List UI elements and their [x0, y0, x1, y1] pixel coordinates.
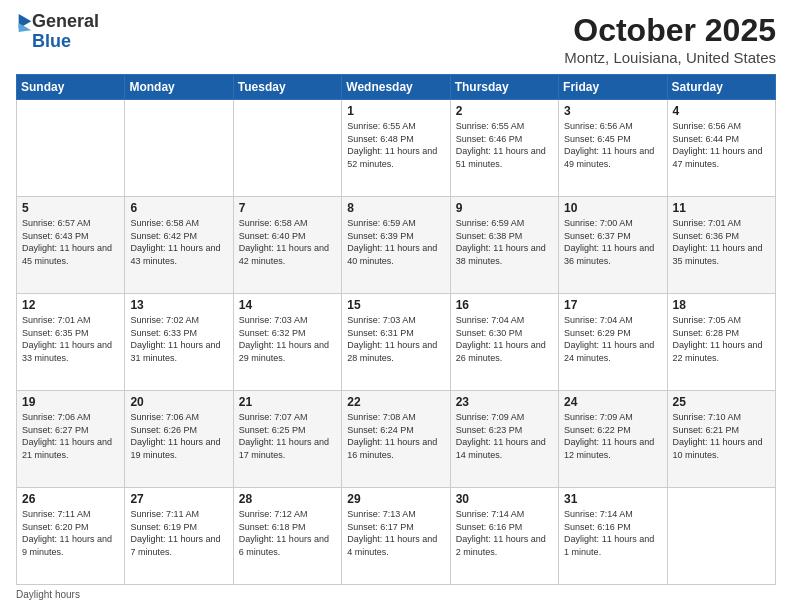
table-row: [17, 100, 125, 197]
day-number: 10: [564, 201, 661, 215]
day-number: 26: [22, 492, 119, 506]
table-row: 12Sunrise: 7:01 AM Sunset: 6:35 PM Dayli…: [17, 294, 125, 391]
header-thursday: Thursday: [450, 75, 558, 100]
table-row: 13Sunrise: 7:02 AM Sunset: 6:33 PM Dayli…: [125, 294, 233, 391]
footer-note: Daylight hours: [16, 589, 776, 600]
day-info: Sunrise: 7:06 AM Sunset: 6:26 PM Dayligh…: [130, 411, 227, 461]
table-row: 23Sunrise: 7:09 AM Sunset: 6:23 PM Dayli…: [450, 391, 558, 488]
calendar-week-row: 12Sunrise: 7:01 AM Sunset: 6:35 PM Dayli…: [17, 294, 776, 391]
day-info: Sunrise: 7:04 AM Sunset: 6:30 PM Dayligh…: [456, 314, 553, 364]
calendar-week-row: 5Sunrise: 6:57 AM Sunset: 6:43 PM Daylig…: [17, 197, 776, 294]
day-info: Sunrise: 7:12 AM Sunset: 6:18 PM Dayligh…: [239, 508, 336, 558]
day-info: Sunrise: 7:08 AM Sunset: 6:24 PM Dayligh…: [347, 411, 444, 461]
table-row: 25Sunrise: 7:10 AM Sunset: 6:21 PM Dayli…: [667, 391, 775, 488]
day-number: 24: [564, 395, 661, 409]
table-row: [667, 488, 775, 585]
day-number: 21: [239, 395, 336, 409]
table-row: 10Sunrise: 7:00 AM Sunset: 6:37 PM Dayli…: [559, 197, 667, 294]
page: General Blue October 2025 Montz, Louisia…: [0, 0, 792, 612]
table-row: 31Sunrise: 7:14 AM Sunset: 6:16 PM Dayli…: [559, 488, 667, 585]
day-info: Sunrise: 7:05 AM Sunset: 6:28 PM Dayligh…: [673, 314, 770, 364]
day-number: 7: [239, 201, 336, 215]
day-number: 15: [347, 298, 444, 312]
day-number: 2: [456, 104, 553, 118]
header-friday: Friday: [559, 75, 667, 100]
day-number: 3: [564, 104, 661, 118]
logo-text: General Blue: [32, 12, 99, 52]
header: General Blue October 2025 Montz, Louisia…: [16, 12, 776, 66]
calendar-week-row: 19Sunrise: 7:06 AM Sunset: 6:27 PM Dayli…: [17, 391, 776, 488]
table-row: 30Sunrise: 7:14 AM Sunset: 6:16 PM Dayli…: [450, 488, 558, 585]
day-info: Sunrise: 7:14 AM Sunset: 6:16 PM Dayligh…: [564, 508, 661, 558]
day-number: 1: [347, 104, 444, 118]
logo-blue-text: Blue: [32, 32, 99, 52]
table-row: 28Sunrise: 7:12 AM Sunset: 6:18 PM Dayli…: [233, 488, 341, 585]
day-info: Sunrise: 7:04 AM Sunset: 6:29 PM Dayligh…: [564, 314, 661, 364]
day-info: Sunrise: 7:09 AM Sunset: 6:23 PM Dayligh…: [456, 411, 553, 461]
calendar-week-row: 1Sunrise: 6:55 AM Sunset: 6:48 PM Daylig…: [17, 100, 776, 197]
day-number: 30: [456, 492, 553, 506]
table-row: 15Sunrise: 7:03 AM Sunset: 6:31 PM Dayli…: [342, 294, 450, 391]
table-row: 19Sunrise: 7:06 AM Sunset: 6:27 PM Dayli…: [17, 391, 125, 488]
day-info: Sunrise: 6:59 AM Sunset: 6:38 PM Dayligh…: [456, 217, 553, 267]
day-number: 13: [130, 298, 227, 312]
table-row: 26Sunrise: 7:11 AM Sunset: 6:20 PM Dayli…: [17, 488, 125, 585]
day-info: Sunrise: 7:09 AM Sunset: 6:22 PM Dayligh…: [564, 411, 661, 461]
table-row: 22Sunrise: 7:08 AM Sunset: 6:24 PM Dayli…: [342, 391, 450, 488]
table-row: 3Sunrise: 6:56 AM Sunset: 6:45 PM Daylig…: [559, 100, 667, 197]
day-info: Sunrise: 7:03 AM Sunset: 6:32 PM Dayligh…: [239, 314, 336, 364]
day-info: Sunrise: 7:07 AM Sunset: 6:25 PM Dayligh…: [239, 411, 336, 461]
day-number: 8: [347, 201, 444, 215]
table-row: 1Sunrise: 6:55 AM Sunset: 6:48 PM Daylig…: [342, 100, 450, 197]
table-row: 5Sunrise: 6:57 AM Sunset: 6:43 PM Daylig…: [17, 197, 125, 294]
header-sunday: Sunday: [17, 75, 125, 100]
calendar-header-row: Sunday Monday Tuesday Wednesday Thursday…: [17, 75, 776, 100]
table-row: 17Sunrise: 7:04 AM Sunset: 6:29 PM Dayli…: [559, 294, 667, 391]
header-tuesday: Tuesday: [233, 75, 341, 100]
day-info: Sunrise: 7:13 AM Sunset: 6:17 PM Dayligh…: [347, 508, 444, 558]
table-row: 27Sunrise: 7:11 AM Sunset: 6:19 PM Dayli…: [125, 488, 233, 585]
calendar-table: Sunday Monday Tuesday Wednesday Thursday…: [16, 74, 776, 585]
day-info: Sunrise: 7:14 AM Sunset: 6:16 PM Dayligh…: [456, 508, 553, 558]
table-row: 20Sunrise: 7:06 AM Sunset: 6:26 PM Dayli…: [125, 391, 233, 488]
day-number: 28: [239, 492, 336, 506]
day-info: Sunrise: 6:55 AM Sunset: 6:46 PM Dayligh…: [456, 120, 553, 170]
month-title: October 2025: [564, 12, 776, 49]
table-row: 11Sunrise: 7:01 AM Sunset: 6:36 PM Dayli…: [667, 197, 775, 294]
day-info: Sunrise: 7:00 AM Sunset: 6:37 PM Dayligh…: [564, 217, 661, 267]
day-number: 12: [22, 298, 119, 312]
day-number: 11: [673, 201, 770, 215]
day-number: 9: [456, 201, 553, 215]
table-row: 7Sunrise: 6:58 AM Sunset: 6:40 PM Daylig…: [233, 197, 341, 294]
table-row: [125, 100, 233, 197]
table-row: 2Sunrise: 6:55 AM Sunset: 6:46 PM Daylig…: [450, 100, 558, 197]
header-wednesday: Wednesday: [342, 75, 450, 100]
day-number: 16: [456, 298, 553, 312]
table-row: 24Sunrise: 7:09 AM Sunset: 6:22 PM Dayli…: [559, 391, 667, 488]
day-number: 4: [673, 104, 770, 118]
day-info: Sunrise: 6:56 AM Sunset: 6:45 PM Dayligh…: [564, 120, 661, 170]
table-row: 14Sunrise: 7:03 AM Sunset: 6:32 PM Dayli…: [233, 294, 341, 391]
day-number: 29: [347, 492, 444, 506]
table-row: 29Sunrise: 7:13 AM Sunset: 6:17 PM Dayli…: [342, 488, 450, 585]
day-info: Sunrise: 6:57 AM Sunset: 6:43 PM Dayligh…: [22, 217, 119, 267]
day-info: Sunrise: 7:06 AM Sunset: 6:27 PM Dayligh…: [22, 411, 119, 461]
day-number: 20: [130, 395, 227, 409]
table-row: [233, 100, 341, 197]
header-monday: Monday: [125, 75, 233, 100]
day-info: Sunrise: 7:01 AM Sunset: 6:36 PM Dayligh…: [673, 217, 770, 267]
day-info: Sunrise: 7:03 AM Sunset: 6:31 PM Dayligh…: [347, 314, 444, 364]
table-row: 8Sunrise: 6:59 AM Sunset: 6:39 PM Daylig…: [342, 197, 450, 294]
day-info: Sunrise: 7:11 AM Sunset: 6:20 PM Dayligh…: [22, 508, 119, 558]
day-info: Sunrise: 7:11 AM Sunset: 6:19 PM Dayligh…: [130, 508, 227, 558]
day-number: 31: [564, 492, 661, 506]
day-info: Sunrise: 6:58 AM Sunset: 6:40 PM Dayligh…: [239, 217, 336, 267]
day-number: 19: [22, 395, 119, 409]
day-number: 27: [130, 492, 227, 506]
table-row: 18Sunrise: 7:05 AM Sunset: 6:28 PM Dayli…: [667, 294, 775, 391]
table-row: 16Sunrise: 7:04 AM Sunset: 6:30 PM Dayli…: [450, 294, 558, 391]
day-info: Sunrise: 6:58 AM Sunset: 6:42 PM Dayligh…: [130, 217, 227, 267]
day-number: 25: [673, 395, 770, 409]
day-info: Sunrise: 7:01 AM Sunset: 6:35 PM Dayligh…: [22, 314, 119, 364]
table-row: 9Sunrise: 6:59 AM Sunset: 6:38 PM Daylig…: [450, 197, 558, 294]
